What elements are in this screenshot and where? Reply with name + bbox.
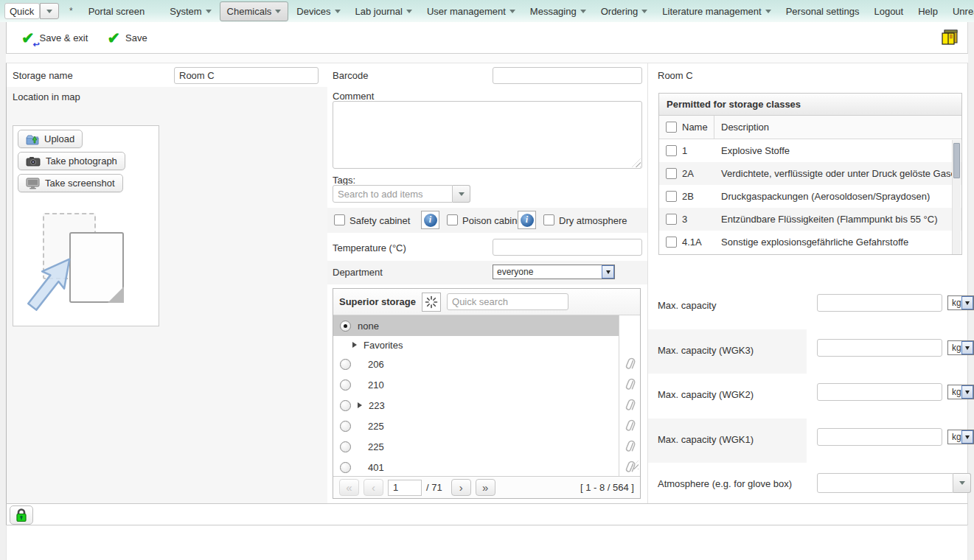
storage-class-row[interactable]: 2A Verdichtete, verflüssigte oder unter …: [659, 162, 961, 185]
poison-cabinet-info-button[interactable]: i: [518, 211, 536, 229]
radio-button[interactable]: [340, 421, 351, 432]
class-checkbox[interactable]: [666, 214, 677, 225]
upload-button[interactable]: Upload: [18, 130, 83, 148]
storage-row[interactable]: 210: [333, 374, 619, 395]
take-screenshot-button[interactable]: Take screenshot: [18, 174, 123, 192]
max-capacity-input[interactable]: [817, 294, 942, 312]
menu-item-chemicals[interactable]: Chemicals: [220, 1, 289, 21]
previous-page-button[interactable]: ‹: [363, 479, 383, 496]
storage-row[interactable]: 225: [333, 436, 619, 457]
storage-class-row[interactable]: 1 Explosive Stoffe: [659, 139, 961, 162]
menu-item-portal-screen[interactable]: Portal screen: [82, 2, 152, 21]
menu-item-ordering[interactable]: Ordering: [594, 2, 655, 21]
poison-cabinet-checkbox[interactable]: [447, 214, 458, 225]
storage-class-row[interactable]: 3 Entzündbare Flüssigkeiten (Flammpunkt …: [659, 208, 961, 231]
menu-item-system[interactable]: System: [163, 2, 218, 21]
select-dropdown-button[interactable]: [602, 265, 614, 279]
storage-row-none[interactable]: none: [333, 315, 619, 336]
refresh-burst-button[interactable]: [422, 293, 441, 312]
scrollbar[interactable]: [952, 140, 961, 254]
take-photograph-button[interactable]: Take photograph: [18, 152, 125, 170]
select-dropdown-button[interactable]: [961, 341, 973, 354]
storage-row[interactable]: 401: [333, 457, 619, 477]
menu-item-unread-messages[interactable]: Unread messages: [946, 2, 974, 21]
menu-item-devices[interactable]: Devices: [290, 2, 347, 21]
attachment-icon[interactable]: [619, 374, 640, 395]
max-capacity-wgk3-input[interactable]: [817, 339, 942, 357]
lock-button[interactable]: [10, 505, 33, 525]
max-capacity-wgk1-input[interactable]: [817, 428, 942, 446]
unit-select[interactable]: kg: [947, 385, 974, 399]
chevron-down-icon: [206, 10, 212, 13]
tags-search-input[interactable]: [333, 185, 453, 203]
select-all-checkbox[interactable]: [666, 122, 677, 133]
next-page-button[interactable]: ›: [451, 479, 471, 496]
unit-select[interactable]: kg: [947, 430, 974, 444]
expand-arrow-icon[interactable]: [352, 342, 357, 348]
class-checkbox[interactable]: [666, 168, 677, 179]
department-select[interactable]: everyone: [493, 265, 615, 279]
max-capacity-wgk2-input[interactable]: [817, 383, 942, 401]
unit-select[interactable]: kg: [947, 340, 974, 355]
page-number-input[interactable]: [388, 480, 422, 496]
menu-item-lab-journal[interactable]: Lab journal: [349, 2, 419, 21]
tags-dropdown-button[interactable]: [453, 185, 470, 203]
storage-row[interactable]: 206: [333, 354, 619, 374]
radio-button[interactable]: [340, 400, 351, 411]
class-checkbox[interactable]: [666, 145, 677, 156]
attachment-icon[interactable]: [619, 436, 640, 457]
save-button[interactable]: ✔ Save: [107, 30, 147, 46]
menu-item-literature-management[interactable]: Literature management: [655, 2, 777, 21]
comment-textarea[interactable]: [333, 101, 642, 169]
storage-classes-column-header: Name Description: [659, 116, 961, 139]
atmosphere-dropdown-button[interactable]: [953, 473, 971, 493]
tags-combo: [333, 185, 470, 203]
superior-storage-quick-search-input[interactable]: [447, 293, 568, 310]
menu-item-user-management[interactable]: User management: [420, 2, 522, 21]
attachment-icon[interactable]: [619, 354, 640, 374]
menu-item-personal-settings[interactable]: Personal settings: [779, 2, 866, 21]
radio-button[interactable]: [340, 359, 351, 370]
barcode-input[interactable]: [493, 67, 642, 84]
storage-row[interactable]: 223: [333, 395, 619, 416]
safety-cabinet-info-button[interactable]: i: [421, 211, 439, 229]
scrollbar-thumb[interactable]: [953, 143, 960, 178]
menu-item-logout[interactable]: Logout: [867, 2, 910, 21]
quick-search-input[interactable]: [4, 3, 40, 19]
menu-item-help[interactable]: Help: [911, 2, 945, 21]
unit-value: kg: [952, 432, 961, 442]
class-checkbox[interactable]: [666, 191, 677, 202]
select-dropdown-button[interactable]: [961, 430, 973, 444]
dry-atmosphere-checkbox[interactable]: [543, 214, 554, 225]
storage-class-row[interactable]: 4.1A Sonstige explosionsgefährliche Gefa…: [659, 231, 961, 253]
storage-name-input[interactable]: [174, 67, 319, 84]
select-dropdown-button[interactable]: [961, 296, 973, 309]
menu-item-messaging[interactable]: Messaging: [523, 2, 593, 21]
save-and-exit-button[interactable]: ✔↩ Save & exit: [21, 30, 88, 46]
storage-cabinet-icon[interactable]: [939, 28, 959, 49]
chevron-down-icon: [959, 481, 965, 485]
lock-icon: [15, 508, 28, 522]
favorite-star-link[interactable]: *: [66, 6, 80, 16]
select-dropdown-button[interactable]: [961, 385, 973, 399]
last-page-button[interactable]: »: [476, 479, 495, 496]
class-checkbox[interactable]: [666, 237, 677, 248]
upload-label: Upload: [44, 133, 74, 144]
radio-button[interactable]: [340, 462, 351, 473]
attachment-icon[interactable]: [619, 416, 640, 436]
storage-class-row[interactable]: 2B Druckgaspackungen (Aerosoldosen/Spray…: [659, 185, 961, 208]
first-page-button[interactable]: «: [339, 479, 359, 496]
storage-row[interactable]: 225: [333, 416, 619, 436]
attachment-icon[interactable]: [619, 395, 640, 416]
expand-arrow-icon[interactable]: [358, 402, 362, 408]
radio-button[interactable]: [340, 321, 351, 332]
safety-cabinet-checkbox[interactable]: [334, 214, 345, 225]
storage-row-favorites[interactable]: Favorites: [333, 336, 619, 354]
location-section: Location in map Upload Take photograph: [7, 87, 327, 504]
radio-button[interactable]: [340, 379, 351, 391]
quick-search-dropdown-button[interactable]: [40, 3, 59, 19]
atmosphere-input[interactable]: [817, 473, 953, 493]
temperature-input[interactable]: [493, 239, 642, 256]
radio-button[interactable]: [340, 441, 351, 452]
unit-select[interactable]: kg: [947, 295, 974, 310]
